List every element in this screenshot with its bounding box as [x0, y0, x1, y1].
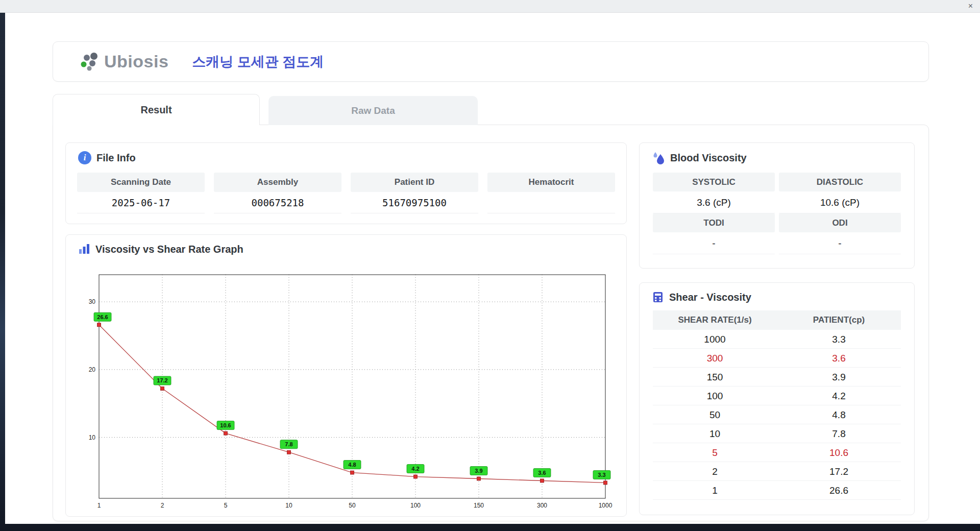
table-row: 50 4.8	[653, 405, 901, 424]
app-header: Ubiosis 스캐닝 모세관 점도계	[53, 41, 929, 82]
field-patient-id: Patient ID 51670975100	[351, 173, 478, 213]
blood-viscosity-card: Blood Viscosity SYSTOLIC DIASTOLIC 3.6 (…	[639, 142, 915, 269]
droplet-icon	[652, 151, 665, 164]
svg-text:20: 20	[89, 366, 96, 373]
table-row: 1000 3.3	[653, 330, 901, 349]
systolic-label: SYSTOLIC	[653, 173, 775, 191]
svg-text:3.6: 3.6	[538, 470, 546, 476]
file-info-header: i File Info	[66, 143, 626, 164]
table-calculator-icon	[652, 291, 664, 303]
shear-cell: 10	[653, 424, 777, 443]
odi-label: ODI	[779, 213, 901, 232]
todi-label: TODI	[653, 213, 775, 232]
shear-viscosity-header: Shear - Viscosity	[640, 283, 914, 303]
svg-text:10: 10	[89, 434, 96, 441]
tab-raw-data[interactable]: Raw Data	[268, 96, 478, 125]
tab-result[interactable]: Result	[53, 94, 260, 125]
shear-cell: 100	[653, 387, 777, 405]
patient-id-label: Patient ID	[351, 173, 478, 192]
svg-text:4.2: 4.2	[411, 466, 419, 472]
svg-text:17.2: 17.2	[157, 377, 167, 383]
patient-cell: 4.2	[777, 387, 901, 405]
svg-text:300: 300	[537, 502, 547, 509]
table-row: 300 3.6	[653, 349, 901, 368]
shear-cell: 1	[653, 481, 777, 500]
window-titlebar: ×	[0, 0, 980, 13]
table-row: 150 3.9	[653, 368, 901, 387]
tab-raw-data-label: Raw Data	[351, 105, 395, 116]
shear-cell: 150	[653, 368, 777, 387]
assembly-label: Assembly	[214, 173, 341, 192]
patient-cell: 26.6	[777, 481, 901, 500]
assembly-value: 000675218	[214, 192, 341, 213]
file-info-fields: Scanning Date 2025-06-17 Assembly 000675…	[66, 173, 626, 213]
patient-cell: 17.2	[777, 462, 901, 481]
field-scanning-date: Scanning Date 2025-06-17	[77, 173, 205, 213]
shear-cell: 300	[653, 349, 777, 368]
patient-cell: 3.9	[777, 368, 901, 387]
result-panel: i File Info Scanning Date 2025-06-17 Ass…	[53, 125, 929, 521]
viscosity-graph-card: Viscosity vs Shear Rate Graph 1020301251…	[65, 234, 627, 517]
table-row: 2 17.2	[653, 462, 901, 481]
shear-viscosity-table: SHEAR RATE(1/s) PATIENT(cp) 1000 3.3 300…	[640, 310, 914, 500]
close-icon[interactable]: ×	[968, 1, 973, 11]
patient-cell: 3.6	[777, 349, 901, 368]
logo-text: Ubiosis	[104, 52, 168, 71]
patient-cell: 3.3	[777, 330, 901, 349]
hematocrit-label: Hematocrit	[487, 173, 615, 192]
scanning-date-label: Scanning Date	[77, 173, 205, 192]
patient-cell: 10.6	[777, 443, 901, 462]
table-row: 100 4.2	[653, 387, 901, 405]
blood-viscosity-grid: SYSTOLIC DIASTOLIC 3.6 (cP) 10.6 (cP) TO…	[640, 173, 914, 254]
svg-text:5: 5	[224, 502, 228, 509]
table-row: 1 26.6	[653, 481, 901, 500]
blood-viscosity-header: Blood Viscosity	[640, 143, 914, 164]
patient-cell: 4.8	[777, 405, 901, 424]
table-row: 5 10.6	[653, 443, 901, 462]
hematocrit-value	[487, 192, 615, 213]
shear-cell: 2	[653, 462, 777, 481]
svg-text:10.6: 10.6	[220, 422, 231, 428]
shear-cell: 1000	[653, 330, 777, 349]
svg-text:50: 50	[349, 502, 356, 509]
shear-viscosity-title: Shear - Viscosity	[669, 292, 751, 303]
table-header-row: SHEAR RATE(1/s) PATIENT(cp)	[653, 310, 901, 330]
shear-cell: 5	[653, 443, 777, 462]
info-icon: i	[78, 151, 91, 164]
patient-id-value: 51670975100	[351, 192, 478, 213]
scanning-date-value: 2025-06-17	[77, 192, 205, 213]
page-title: 스캐닝 모세관 점도계	[192, 53, 324, 71]
svg-text:4.8: 4.8	[348, 462, 356, 468]
todi-value: -	[653, 232, 775, 254]
table-row: 10 7.8	[653, 424, 901, 443]
svg-text:10: 10	[285, 502, 292, 509]
file-info-title: File Info	[96, 152, 136, 164]
field-assembly: Assembly 000675218	[214, 173, 341, 213]
patient-column-header: PATIENT(cp)	[777, 310, 901, 330]
systolic-value: 3.6 (cP)	[653, 191, 775, 213]
desktop-background: × Ubiosis 스캐닝 모세관 점도계 Result Raw Data	[0, 0, 980, 531]
svg-text:2: 2	[161, 502, 164, 509]
svg-text:100: 100	[410, 502, 421, 509]
ubiosis-logo: Ubiosis	[77, 51, 168, 73]
svg-text:3.9: 3.9	[475, 468, 482, 474]
diastolic-label: DIASTOLIC	[779, 173, 901, 191]
tab-result-label: Result	[140, 104, 172, 116]
svg-text:1: 1	[97, 502, 101, 509]
shear-cell: 50	[653, 405, 777, 424]
field-hematocrit: Hematocrit	[487, 173, 615, 213]
odi-value: -	[779, 232, 901, 254]
svg-text:3.3: 3.3	[598, 472, 605, 478]
svg-text:150: 150	[474, 502, 484, 509]
shear-viscosity-card: Shear - Viscosity SHEAR RATE(1/s) PATIEN…	[639, 282, 915, 515]
blood-viscosity-title: Blood Viscosity	[670, 152, 747, 164]
svg-text:1000: 1000	[599, 502, 612, 509]
shear-rate-column-header: SHEAR RATE(1/s)	[653, 310, 777, 330]
file-info-card: i File Info Scanning Date 2025-06-17 Ass…	[65, 142, 627, 224]
viscosity-chart: 1020301251050100150300100026.617.210.67.…	[66, 235, 627, 517]
svg-text:30: 30	[89, 298, 96, 305]
ubiosis-logo-icon	[77, 51, 100, 73]
diastolic-value: 10.6 (cP)	[779, 191, 901, 213]
svg-text:26.6: 26.6	[97, 314, 108, 320]
svg-text:7.8: 7.8	[285, 441, 292, 447]
